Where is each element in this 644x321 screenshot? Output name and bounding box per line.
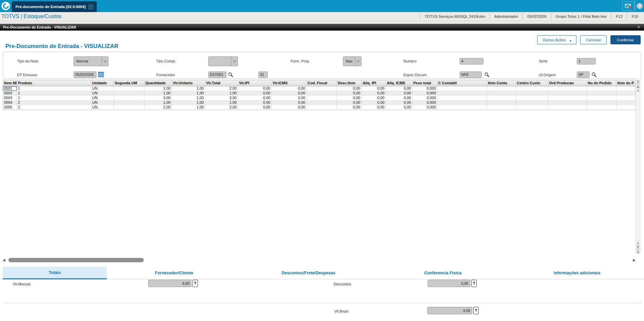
cell[interactable]	[306, 95, 337, 100]
tab-informa-es-adicionais[interactable]: Informações adicionais	[510, 267, 644, 279]
cell[interactable]: 1,00	[144, 100, 172, 105]
cell[interactable]: 0,00	[271, 105, 306, 109]
cell[interactable]	[616, 91, 635, 95]
cell[interactable]: 0,00	[337, 105, 361, 109]
cell[interactable]: 0,00	[337, 100, 361, 105]
cell[interactable]: 1	[17, 91, 91, 95]
fornecedor-field[interactable]: EST001	[208, 72, 226, 78]
column-header-item-nf[interactable]: Item NF	[3, 80, 17, 86]
cell[interactable]: 1,00	[205, 100, 238, 105]
cell[interactable]: 3,00	[205, 95, 238, 100]
vlr-bruto-help-button[interactable]: ?	[473, 307, 479, 314]
cell[interactable]	[616, 95, 635, 100]
cell[interactable]: 2,00	[205, 105, 238, 109]
cell[interactable]	[114, 91, 144, 95]
column-header-aliq-ipi[interactable]: Aliq. IPI	[361, 80, 386, 86]
cell[interactable]: 3,00	[144, 95, 172, 100]
tipo-da-nota-select[interactable]: Normal	[74, 56, 109, 66]
cell[interactable]: UN	[91, 86, 114, 91]
cell[interactable]: 0,00	[337, 91, 361, 95]
cell[interactable]	[548, 91, 587, 95]
cell[interactable]: 0001	[3, 86, 17, 91]
scroll-right-icon[interactable]: ▶	[633, 258, 636, 262]
env-info-f10[interactable]: F10	[627, 13, 643, 20]
column-header-vlr-total[interactable]: Vlr.Total	[205, 80, 238, 86]
cell[interactable]	[437, 91, 487, 95]
cell[interactable]	[587, 100, 616, 105]
cell[interactable]: 0,00	[337, 95, 361, 100]
cell[interactable]	[487, 86, 516, 91]
cell[interactable]: 0,00	[238, 91, 271, 95]
cell[interactable]: 0,00	[238, 95, 271, 100]
cell[interactable]	[548, 100, 587, 105]
cell[interactable]	[516, 105, 548, 109]
cell[interactable]	[548, 95, 587, 100]
cell[interactable]: 1,00	[172, 91, 205, 95]
form-prop-select[interactable]: Nao	[343, 56, 361, 66]
cell[interactable]	[114, 86, 144, 91]
grid-vertical-scrollbar[interactable]: ▲▲▲▼▼▼	[636, 80, 640, 254]
cell[interactable]: UN	[91, 91, 114, 95]
scroll-down-button[interactable]: ▼	[636, 249, 640, 253]
cell[interactable]: 0,00	[386, 105, 412, 109]
cell[interactable]	[487, 95, 516, 100]
vlr-mercad-help-button[interactable]: ?	[192, 280, 198, 287]
numero-field[interactable]: 4	[460, 58, 483, 64]
scroll-left-icon[interactable]: ◀	[3, 258, 5, 262]
cell[interactable]	[437, 105, 487, 109]
cell[interactable]: 0,00	[238, 105, 271, 109]
cell[interactable]: 2,00	[144, 86, 172, 91]
cell[interactable]: 2	[17, 100, 91, 105]
cell[interactable]	[437, 100, 487, 105]
tipo-compl-select[interactable]	[208, 56, 238, 66]
cell[interactable]	[516, 95, 548, 100]
cell[interactable]: 0,00	[271, 95, 306, 100]
scroll-down-button[interactable]: ▼	[636, 241, 640, 245]
cancelar-button[interactable]: Cancelar	[580, 35, 606, 44]
cell[interactable]: 0,00	[361, 95, 386, 100]
cell[interactable]: 0,00	[238, 100, 271, 105]
cell[interactable]	[516, 86, 548, 91]
cell[interactable]: 0,000	[412, 91, 437, 95]
cell[interactable]: 0,000	[412, 86, 437, 91]
cell[interactable]	[306, 91, 337, 95]
cell[interactable]: 0,00	[386, 91, 412, 95]
tab-totais[interactable]: Totais	[3, 267, 107, 279]
espec-docum-field[interactable]: NFE	[460, 72, 482, 78]
vlr-bruto-field[interactable]: 9,00	[427, 307, 472, 314]
tab-descontos-frete-despesas[interactable]: Descontos/Frete/Despesas	[241, 267, 376, 279]
cell[interactable]: 1,00	[172, 95, 205, 100]
column-header-cod-fiscal[interactable]: Cod. Fiscal	[306, 80, 337, 86]
env-info-f12[interactable]: F12	[611, 13, 627, 20]
cell[interactable]	[587, 86, 616, 91]
help-button[interactable]: ?	[637, 3, 643, 9]
cell[interactable]	[306, 100, 337, 105]
scroll-up-button[interactable]: ▲	[636, 84, 640, 88]
cell[interactable]: 1,00	[172, 105, 205, 109]
tab-fornecedor-cliente[interactable]: Fornecedor/Cliente	[107, 267, 241, 279]
cell[interactable]: 0,00	[361, 100, 386, 105]
cell[interactable]: 0004	[3, 100, 17, 105]
column-header-segunda-um[interactable]: Segunda UM	[114, 80, 144, 86]
calendar-icon[interactable]	[98, 72, 104, 78]
cell[interactable]: 0,00	[386, 95, 412, 100]
cell[interactable]: 0,00	[337, 86, 361, 91]
mail-button[interactable]	[622, 1, 634, 11]
vertical-scroll-track[interactable]	[636, 92, 640, 241]
cell[interactable]: 2,00	[144, 105, 172, 109]
cell[interactable]: 0,00	[361, 91, 386, 95]
cell[interactable]: UN	[91, 95, 114, 100]
cell[interactable]: 2,00	[205, 86, 238, 91]
column-header-vlr-ipi[interactable]: Vlr.IPI	[238, 80, 271, 86]
cell[interactable]: 0,000	[412, 95, 437, 100]
cell[interactable]	[548, 105, 587, 109]
cell[interactable]: 1,00	[144, 91, 172, 95]
cell[interactable]	[587, 105, 616, 109]
cell[interactable]	[516, 91, 548, 95]
cell[interactable]: 0,00	[386, 86, 412, 91]
column-header-desc-item[interactable]: Desc.Item	[337, 80, 361, 86]
cell[interactable]	[437, 86, 487, 91]
cell[interactable]	[587, 91, 616, 95]
cell[interactable]	[616, 86, 635, 91]
cell[interactable]: 0,00	[271, 86, 306, 91]
